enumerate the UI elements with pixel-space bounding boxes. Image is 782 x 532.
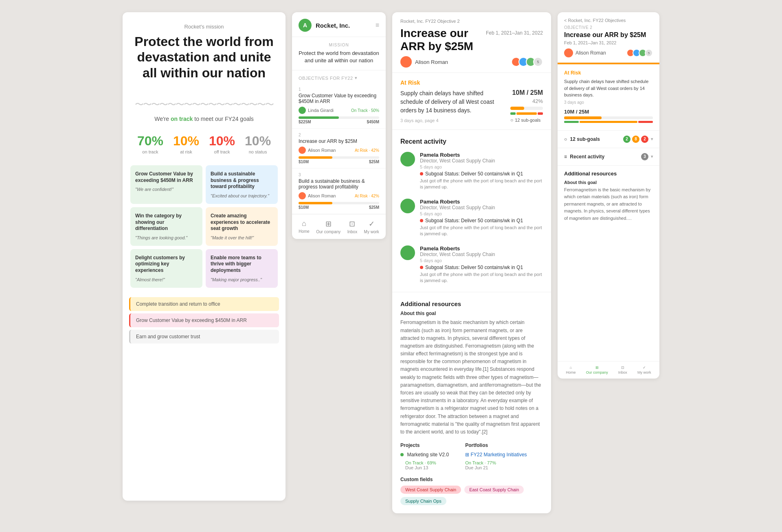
initiative-2[interactable]: Grow Customer Value by exceeding $450M i…	[129, 313, 279, 327]
additional-resources-panel3: Additional resources About this goal Fer…	[392, 292, 551, 513]
tag-east-coast[interactable]: East Coast Supply Chain	[464, 486, 524, 494]
custom-fields-section: Custom fields West Coast Supply Chain Ea…	[400, 477, 543, 505]
obj-card-2[interactable]: Build a sustainable business & progress …	[206, 165, 278, 204]
p4-at-risk-section: At Risk Supply chain delays have shifted…	[558, 64, 659, 131]
menu-icon[interactable]: ≡	[376, 22, 379, 29]
objectives-for-label: OBJECTIVES FOR FY22 ▾	[292, 70, 386, 83]
owner-avatar-3	[299, 192, 306, 199]
inbox-icon-2: ⊡	[349, 219, 355, 228]
obj-title-3: Build a sustainable business & progress …	[299, 178, 379, 190]
activity-status-2: Subgoal Status: Deliver 50 contains/wk i…	[420, 218, 543, 223]
p4-nav-home[interactable]: ⌂ Home	[566, 366, 576, 374]
right-sidebar-panel: < Rocket, Inc. FY22 Objectives OBJECTIVE…	[558, 12, 659, 379]
wavy-divider: 〜〜〜〜〜〜〜〜〜〜〜〜〜〜〜〜〜	[123, 99, 286, 111]
activity-status-1: Subgoal Status: Deliver 50 contains/wk i…	[420, 171, 543, 177]
tag-supply-chain-ops[interactable]: Supply Chain Ops	[400, 497, 446, 505]
obj-card-4[interactable]: Create amazing experiences to accelerate…	[206, 207, 278, 246]
obj-card-quote-2: "Excited about our trajectory."	[211, 193, 273, 198]
obj-card-6[interactable]: Enable more teams to thrive with bigger …	[206, 249, 278, 288]
progress-current-2: $10M	[299, 160, 309, 164]
owner-name-2: Alison Roman	[308, 148, 336, 153]
p4-risk-label: At Risk	[564, 70, 653, 76]
p4-inbox-label: Inbox	[618, 370, 627, 374]
stat-label-off-track: off track	[209, 149, 235, 154]
progress-nums-panel3: 10M / 25M	[510, 89, 543, 96]
nav-inbox-2[interactable]: ⊡ Inbox	[347, 219, 357, 234]
nav-company-2[interactable]: ⊞ Our company	[316, 219, 340, 234]
obj-title-2: Increase our ARR by $25M	[299, 138, 379, 144]
activity-item-3: Pamela Roberts Director, West Coast Supp…	[400, 245, 543, 284]
stat-label-no-status: no status	[245, 149, 271, 154]
at-risk-meta-panel3: 3 days ago, page 4	[400, 118, 504, 123]
progress-section-right: 10M / 25M 42% ○ 12 sub-goals	[510, 89, 543, 123]
portfolio-status-1: On Track · 77%	[465, 460, 527, 465]
obj-status-3: At Risk · 42%	[355, 194, 379, 198]
activity-content-2: Pamela Roberts Director, West Coast Supp…	[420, 199, 543, 237]
owner-avatar-1	[299, 107, 306, 114]
progress-target-3: $25M	[369, 205, 379, 210]
obj-card-title-2: Build a sustainable business & progress …	[211, 171, 273, 190]
p4-mywork-icon: ✓	[643, 366, 646, 370]
p4-company-icon: ⊞	[595, 366, 599, 370]
mission-title: Protect the world from devastation and u…	[132, 34, 276, 81]
obj-detail-date: Feb 1, 2021–Jan 31, 2022	[486, 30, 543, 36]
progress-bar-wide	[510, 107, 543, 110]
initiative-1[interactable]: Complete transition and return to office	[129, 297, 279, 311]
sub-bar-red	[538, 112, 543, 115]
nav-home-2[interactable]: ⌂ Home	[299, 219, 310, 234]
objective-item-1[interactable]: 1 Grow Customer Value by exceeding $450M…	[292, 83, 386, 129]
p4-subgoals-section[interactable]: ○ 12 sub-goals 2 8 2 ▾	[558, 131, 659, 148]
p4-subgoals-badges: 2 8 2	[623, 136, 648, 143]
p4-inbox-icon: ⊡	[621, 366, 624, 370]
badge-green: 2	[623, 136, 630, 143]
activity-time-3: 5 days ago	[420, 258, 543, 263]
p4-owner-row: Alison Roman 5	[564, 48, 653, 57]
objective-item-3[interactable]: 3 Build a sustainable business & progres…	[292, 169, 386, 214]
p4-recent-activity-header[interactable]: ≡ Recent activity 3 ▾	[564, 153, 653, 160]
obj-card-quote-3: "Things are looking good."	[135, 235, 198, 240]
obj-detail-title: Increase our ARR by $25M	[400, 27, 478, 53]
obj-card-5[interactable]: Delight customers by optimizing key expe…	[130, 249, 202, 288]
progress-current-3: $10M	[299, 205, 309, 210]
project-name-1: Marketing site V2.0	[407, 452, 449, 458]
rocket-panel: A Rocket, Inc. ≡ MISSION Protect the wor…	[292, 12, 386, 239]
p4-nav-inbox[interactable]: ⊡ Inbox	[618, 366, 627, 374]
obj-card-3[interactable]: Win the category by showing our differen…	[130, 207, 202, 246]
at-risk-section-panel3: At Risk Supply chain delays have shifted…	[392, 73, 551, 130]
progress-labels-3: $10M $25M	[299, 205, 379, 210]
nav-mywork-2[interactable]: ✓ My work	[364, 219, 379, 234]
p4-recent-activity-section[interactable]: ≡ Recent activity 3 ▾	[558, 148, 659, 166]
p4-breadcrumb[interactable]: < Rocket, Inc. FY22 Objectives	[564, 18, 653, 23]
chevron-down-activity-icon: ▾	[651, 154, 653, 159]
resources-title-panel3: Additional resources	[400, 300, 543, 307]
progress-bar-2	[299, 156, 379, 159]
stat-no-status: 10% no status	[245, 134, 271, 154]
obj-card-1[interactable]: Grow Customer Value by exceeding $450M i…	[130, 165, 202, 204]
progress-bar-1	[299, 116, 379, 119]
at-risk-content: Supply chain delays have shifted schedul…	[400, 89, 543, 123]
owner-avatar-panel3	[400, 56, 412, 68]
objective-item-2[interactable]: 2 Increase our ARR by $25M Alison Roman …	[292, 129, 386, 169]
project-due-1: Due Jun 13	[400, 465, 449, 470]
obj-owner-2: Alison Roman	[299, 147, 336, 154]
on-track-highlight: on track	[171, 116, 193, 122]
progress-labels-1: $225M $450M	[299, 120, 379, 124]
recent-activity-section: Recent activity Pamela Roberts Director,…	[392, 130, 551, 292]
badge-red: 2	[641, 136, 648, 143]
p4-company-label: Our company	[586, 370, 608, 374]
p4-subgoals-header[interactable]: ○ 12 sub-goals 2 8 2 ▾	[564, 136, 653, 143]
activity-note-1: Just got off the phone with the port of …	[420, 178, 543, 190]
tag-west-coast[interactable]: West Coast Supply Chain	[400, 486, 461, 494]
objective-detail-panel: Rocket, Inc. FY22 Objective 2 Increase o…	[392, 12, 551, 513]
p4-nav-mywork[interactable]: ✓ My work	[637, 366, 651, 374]
p4-recent-activity-label: ≡ Recent activity	[564, 154, 604, 160]
p4-home-icon: ⌂	[570, 366, 572, 370]
initiative-3[interactable]: Earn and grow customer trust	[129, 330, 279, 344]
portfolios-col-title: Portfolios	[465, 442, 527, 448]
dropdown-icon[interactable]: ▾	[355, 75, 358, 81]
owner-avatar-2	[299, 147, 306, 154]
p4-additional-resources: Additional resources About this goal Fer…	[558, 166, 659, 227]
p4-nav-company[interactable]: ⊞ Our company	[586, 366, 608, 374]
multi-av-count: 5	[533, 57, 543, 67]
nav-mywork-label-2: My work	[364, 230, 379, 234]
